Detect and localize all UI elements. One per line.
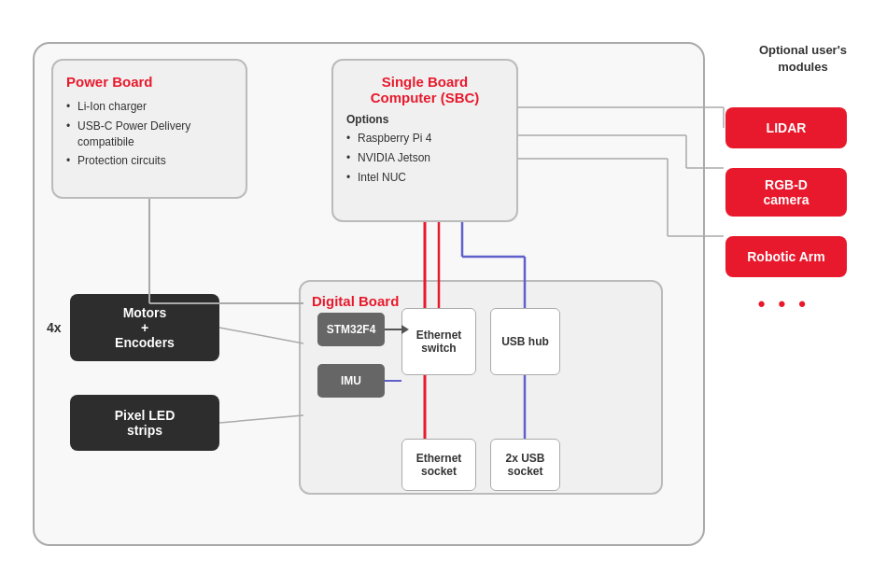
eth-switch-box: Ethernet switch bbox=[401, 308, 476, 375]
stm32-box: STM32F4 bbox=[317, 313, 385, 346]
sbc-title: Single BoardComputer (SBC) bbox=[346, 74, 503, 105]
led-label: Pixel LEDstrips bbox=[115, 408, 176, 438]
module-arm: Robotic Arm bbox=[725, 236, 847, 277]
motor-label: Motors+Encoders bbox=[115, 305, 175, 350]
digital-board-title: Digital Board bbox=[312, 293, 650, 309]
imu-box: IMU bbox=[317, 364, 385, 398]
sbc-option-3: Intel NUC bbox=[346, 170, 503, 186]
power-board: Power Board Li-Ion charger USB-C Power D… bbox=[51, 59, 247, 199]
sbc-options-list: Raspberry Pi 4 NVIDIA Jetson Intel NUC bbox=[346, 131, 503, 185]
usb-hub-box: USB hub bbox=[490, 308, 560, 375]
eth-socket-box: Ethernet socket bbox=[401, 439, 476, 491]
arm-label: Robotic Arm bbox=[747, 249, 824, 264]
rgbd-label: RGB-Dcamera bbox=[763, 177, 809, 207]
power-bullet-3: Protection circuits bbox=[66, 153, 232, 169]
optional-modules-label: Optional user'smodules bbox=[759, 42, 847, 76]
led-box: Pixel LEDstrips bbox=[70, 395, 219, 451]
power-bullet-1: Li-Ion charger bbox=[66, 99, 232, 115]
motor-box: Motors+Encoders bbox=[70, 294, 219, 361]
module-rgbd: RGB-Dcamera bbox=[725, 168, 847, 217]
lidar-label: LIDAR bbox=[767, 120, 807, 135]
sbc-options-label: Options bbox=[346, 113, 503, 126]
diagram-wrapper: Optional user'smodules LIDAR RGB-Dcamera… bbox=[14, 14, 873, 574]
sbc-option-2: NVIDIA Jetson bbox=[346, 150, 503, 166]
power-board-list: Li-Ion charger USB-C Power Delivery comp… bbox=[66, 99, 232, 169]
label-4x: 4x bbox=[47, 320, 62, 335]
power-board-title: Power Board bbox=[66, 74, 232, 90]
module-lidar: LIDAR bbox=[725, 107, 847, 148]
usb-socket-box: 2x USB socket bbox=[490, 439, 560, 491]
sbc-option-1: Raspberry Pi 4 bbox=[346, 131, 503, 147]
power-bullet-2: USB-C Power Delivery compatibile bbox=[66, 119, 232, 150]
optional-dots: • • • bbox=[758, 292, 810, 316]
sbc-board: Single BoardComputer (SBC) Options Raspb… bbox=[331, 59, 518, 222]
